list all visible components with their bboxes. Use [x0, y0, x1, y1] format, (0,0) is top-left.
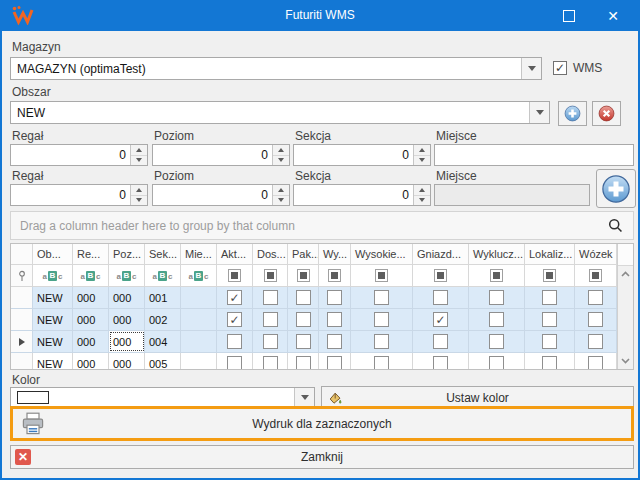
filter-cell[interactable]: aBc — [73, 265, 109, 286]
grid-cell[interactable] — [288, 331, 319, 352]
row-checkbox[interactable] — [489, 290, 504, 305]
sekcja2-spinner[interactable]: 0 — [293, 184, 431, 206]
spin-up-icon[interactable] — [131, 145, 147, 156]
grid-cell[interactable]: ✓ — [217, 287, 253, 308]
column-header-sek[interactable]: Sek... — [145, 244, 181, 264]
column-header-akt[interactable]: Akt... — [217, 244, 253, 264]
grid-cell[interactable]: 002 — [145, 309, 181, 330]
magazyn-combobox[interactable]: MAGAZYN (optimaTest) — [10, 57, 542, 80]
grid-cell[interactable] — [253, 331, 288, 352]
spin-down-icon[interactable] — [131, 156, 147, 166]
row-checkbox[interactable] — [374, 356, 389, 369]
row-checkbox[interactable] — [296, 312, 311, 327]
scroll-down-button[interactable] — [618, 353, 633, 369]
bool-filter-checkbox[interactable] — [434, 269, 447, 282]
group-by-panel[interactable]: Drag a column header here to group by th… — [10, 211, 634, 240]
row-checkbox[interactable] — [374, 312, 389, 327]
row-checkbox[interactable] — [433, 290, 448, 305]
add-obszar-button[interactable] — [558, 101, 587, 126]
table-row[interactable]: NEW000000001✓ — [11, 287, 617, 309]
filter-cell[interactable]: aBc — [145, 265, 181, 286]
spin-down-icon[interactable] — [273, 156, 289, 166]
grid-cell[interactable] — [181, 287, 217, 308]
column-header-wysokie[interactable]: Wysokie... — [351, 244, 413, 264]
bool-filter-checkbox[interactable] — [228, 269, 241, 282]
grid-cell[interactable] — [525, 309, 575, 330]
row-checkbox[interactable] — [542, 290, 557, 305]
kolor-dropdown-button[interactable] — [294, 388, 314, 407]
regal2-spinner[interactable]: 0 — [10, 184, 148, 206]
maximize-button[interactable] — [552, 0, 586, 31]
row-checkbox[interactable] — [588, 290, 603, 305]
grid-cell[interactable] — [525, 287, 575, 308]
row-checkbox[interactable]: ✓ — [433, 312, 448, 327]
filter-cell[interactable] — [288, 265, 319, 286]
row-checkbox[interactable] — [327, 290, 342, 305]
grid-cell[interactable] — [288, 309, 319, 330]
grid-cell[interactable]: ✓ — [413, 309, 469, 330]
grid-cell[interactable] — [469, 353, 525, 369]
grid-cell[interactable] — [413, 331, 469, 352]
grid-cell[interactable]: 000 — [109, 287, 145, 308]
filter-cell[interactable]: aBc — [181, 265, 217, 286]
row-checkbox[interactable] — [327, 334, 342, 349]
row-checkbox[interactable] — [327, 312, 342, 327]
row-checkbox[interactable] — [263, 312, 278, 327]
row-checkbox[interactable] — [588, 312, 603, 327]
table-row[interactable]: NEW000000005 — [11, 353, 617, 369]
filter-cell[interactable]: aBc — [33, 265, 73, 286]
filter-cell[interactable] — [469, 265, 525, 286]
row-checkbox[interactable] — [588, 334, 603, 349]
grid-cell[interactable] — [288, 353, 319, 369]
bool-filter-checkbox[interactable] — [375, 269, 388, 282]
row-checkbox[interactable] — [296, 334, 311, 349]
filter-cell[interactable] — [525, 265, 575, 286]
column-header-re[interactable]: Re... — [73, 244, 109, 264]
close-button[interactable]: ✕ — [596, 0, 630, 31]
sekcja1-spinner[interactable]: 0 — [293, 144, 431, 166]
grid-cell[interactable]: 005 — [145, 353, 181, 369]
grid-cell[interactable] — [319, 353, 351, 369]
grid-cell[interactable] — [525, 331, 575, 352]
obszar-dropdown-button[interactable] — [529, 102, 549, 123]
bool-filter-checkbox[interactable] — [264, 269, 277, 282]
grid-cell[interactable] — [575, 287, 617, 308]
filter-cell[interactable] — [253, 265, 288, 286]
column-header-dos[interactable]: Dos... — [253, 244, 288, 264]
wms-checkbox[interactable]: ✓ — [553, 61, 567, 75]
grid-cell[interactable] — [181, 309, 217, 330]
grid-cell[interactable] — [575, 331, 617, 352]
row-checkbox[interactable] — [542, 334, 557, 349]
table-row[interactable]: NEW000000004 — [11, 331, 617, 353]
filter-cell[interactable] — [413, 265, 469, 286]
row-checkbox[interactable] — [489, 312, 504, 327]
grid-cell[interactable]: NEW — [33, 331, 73, 352]
wms-checkbox-group[interactable]: ✓ WMS — [553, 61, 602, 75]
zamknij-button[interactable]: ✕ Zamknij — [10, 445, 634, 469]
kolor-combobox[interactable] — [10, 387, 315, 408]
wydruk-button[interactable]: Wydruk dla zaznaczonych — [10, 406, 634, 441]
regal2-spin-buttons[interactable] — [130, 185, 147, 205]
row-checkbox[interactable] — [542, 312, 557, 327]
column-header-wyklucz[interactable]: Wyklucz... — [469, 244, 525, 264]
spin-up-icon[interactable] — [131, 185, 147, 196]
scroll-up-button[interactable] — [618, 266, 633, 282]
spin-up-icon[interactable] — [273, 145, 289, 156]
row-checkbox[interactable] — [227, 356, 242, 369]
poziom1-spinner[interactable]: 0 — [152, 144, 290, 166]
row-checkbox[interactable] — [489, 356, 504, 369]
column-header-ob[interactable]: Ob... — [33, 244, 73, 264]
column-header-pak[interactable]: Pak... — [288, 244, 319, 264]
grid-cell[interactable] — [253, 353, 288, 369]
column-header-wy[interactable]: Wy... — [319, 244, 351, 264]
grid-cell[interactable] — [469, 331, 525, 352]
spin-down-icon[interactable] — [414, 156, 430, 166]
grid-cell[interactable]: 004 — [145, 331, 181, 352]
grid-cell[interactable] — [253, 309, 288, 330]
spin-down-icon[interactable] — [414, 196, 430, 206]
bool-filter-checkbox[interactable] — [490, 269, 503, 282]
grid-cell[interactable] — [217, 353, 253, 369]
sekcja2-spin-buttons[interactable] — [413, 185, 430, 205]
row-checkbox[interactable] — [327, 356, 342, 369]
row-checkbox[interactable] — [263, 356, 278, 369]
